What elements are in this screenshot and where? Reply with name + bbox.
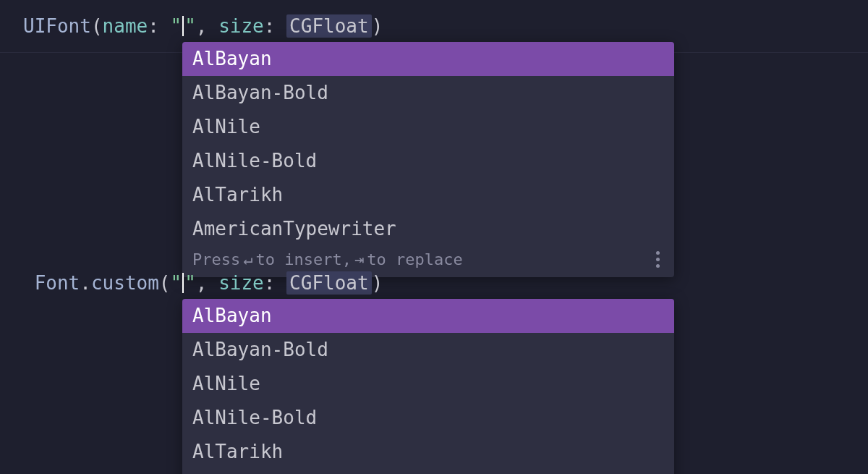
autocomplete-item[interactable]: AlBayan-Bold bbox=[182, 76, 674, 110]
param-size: size bbox=[218, 272, 264, 294]
colon: : bbox=[148, 15, 159, 37]
type-token: Font bbox=[35, 272, 80, 294]
string-quote-open: " bbox=[171, 272, 182, 294]
colon: : bbox=[264, 15, 276, 37]
autocomplete-popup-2: AlBayan AlBayan-Bold AlNile AlNile-Bold … bbox=[182, 299, 674, 474]
type-placeholder[interactable]: CGFloat bbox=[286, 14, 372, 38]
paren-close: ) bbox=[372, 272, 383, 294]
autocomplete-item[interactable]: AlNile bbox=[182, 110, 674, 144]
autocomplete-item[interactable]: AlBayan bbox=[182, 42, 674, 76]
autocomplete-popup-1: AlBayan AlBayan-Bold AlNile AlNile-Bold … bbox=[182, 42, 674, 277]
param-name: name bbox=[103, 15, 148, 37]
autocomplete-item[interactable]: AlTarikh bbox=[182, 435, 674, 469]
paren-close: ) bbox=[372, 15, 383, 37]
text-cursor bbox=[182, 273, 184, 293]
comma: , bbox=[196, 272, 208, 294]
paren-open: ( bbox=[91, 15, 103, 37]
autocomplete-item[interactable]: AlNile-Bold bbox=[182, 401, 674, 435]
text-cursor bbox=[182, 16, 184, 36]
comma: , bbox=[196, 15, 208, 37]
param-size: size bbox=[218, 15, 264, 37]
string-quote-close: " bbox=[184, 272, 196, 294]
autocomplete-item[interactable]: AlBayan bbox=[182, 299, 674, 333]
method-name: custom bbox=[91, 272, 159, 294]
autocomplete-item[interactable]: AlNile bbox=[182, 367, 674, 401]
autocomplete-item[interactable]: AlNile-Bold bbox=[182, 144, 674, 178]
type-placeholder[interactable]: CGFloat bbox=[286, 271, 372, 295]
autocomplete-item[interactable]: AmericanTypewriter bbox=[182, 469, 674, 474]
autocomplete-item[interactable]: AmericanTypewriter bbox=[182, 212, 674, 246]
colon: : bbox=[264, 272, 276, 294]
string-quote-close: " bbox=[184, 15, 196, 37]
dot: . bbox=[80, 272, 91, 294]
autocomplete-item[interactable]: AlTarikh bbox=[182, 178, 674, 212]
type-token: UIFont bbox=[23, 15, 91, 37]
string-quote-open: " bbox=[171, 15, 182, 37]
paren-open: ( bbox=[159, 272, 171, 294]
autocomplete-item[interactable]: AlBayan-Bold bbox=[182, 333, 674, 367]
